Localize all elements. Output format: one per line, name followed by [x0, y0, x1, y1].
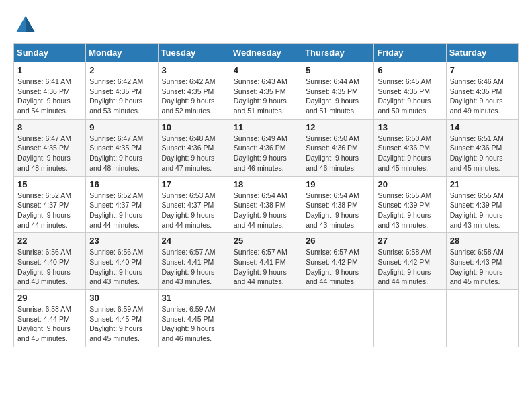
- day-cell-18: 18 Sunrise: 6:54 AMSunset: 4:38 PMDaylig…: [230, 176, 302, 233]
- calendar-header: SundayMondayTuesdayWednesdayThursdayFrid…: [14, 44, 519, 62]
- day-number: 3: [162, 65, 226, 75]
- day-number: 30: [89, 293, 154, 303]
- week-row-2: 8 Sunrise: 6:47 AMSunset: 4:35 PMDayligh…: [14, 119, 519, 176]
- day-info: Sunrise: 6:54 AMSunset: 4:38 PMDaylight:…: [234, 191, 287, 229]
- header-cell-sunday: Sunday: [14, 44, 86, 62]
- day-cell-29: 29 Sunrise: 6:58 AMSunset: 4:44 PMDaylig…: [14, 290, 86, 347]
- empty-cell: [374, 290, 446, 347]
- calendar-table: SundayMondayTuesdayWednesdayThursdayFrid…: [13, 43, 519, 347]
- day-info: Sunrise: 6:42 AMSunset: 4:35 PMDaylight:…: [89, 77, 143, 115]
- day-cell-20: 20 Sunrise: 6:55 AMSunset: 4:39 PMDaylig…: [374, 176, 446, 233]
- day-cell-30: 30 Sunrise: 6:59 AMSunset: 4:45 PMDaylig…: [86, 290, 158, 347]
- day-number: 27: [378, 236, 442, 246]
- day-info: Sunrise: 6:44 AMSunset: 4:35 PMDaylight:…: [306, 77, 359, 115]
- day-number: 15: [17, 179, 82, 189]
- day-info: Sunrise: 6:52 AMSunset: 4:37 PMDaylight:…: [89, 191, 143, 229]
- day-info: Sunrise: 6:57 AMSunset: 4:41 PMDaylight:…: [162, 248, 216, 285]
- day-number: 17: [162, 179, 226, 189]
- week-row-4: 22 Sunrise: 6:56 AMSunset: 4:40 PMDaylig…: [14, 233, 519, 290]
- calendar-body: 1 Sunrise: 6:41 AMSunset: 4:36 PMDayligh…: [14, 62, 519, 347]
- day-info: Sunrise: 6:53 AMSunset: 4:37 PMDaylight:…: [162, 191, 216, 229]
- day-info: Sunrise: 6:48 AMSunset: 4:36 PMDaylight:…: [162, 134, 216, 172]
- week-row-3: 15 Sunrise: 6:52 AMSunset: 4:37 PMDaylig…: [14, 176, 519, 233]
- day-cell-9: 9 Sunrise: 6:47 AMSunset: 4:35 PMDayligh…: [86, 119, 158, 176]
- day-info: Sunrise: 6:55 AMSunset: 4:39 PMDaylight:…: [450, 191, 504, 229]
- week-row-1: 1 Sunrise: 6:41 AMSunset: 4:36 PMDayligh…: [14, 62, 519, 120]
- header-cell-monday: Monday: [86, 44, 158, 62]
- day-cell-26: 26 Sunrise: 6:57 AMSunset: 4:42 PMDaylig…: [302, 233, 374, 290]
- day-cell-22: 22 Sunrise: 6:56 AMSunset: 4:40 PMDaylig…: [14, 233, 86, 290]
- day-number: 9: [89, 122, 154, 132]
- day-info: Sunrise: 6:47 AMSunset: 4:35 PMDaylight:…: [17, 134, 71, 172]
- day-number: 13: [378, 122, 442, 132]
- day-cell-27: 27 Sunrise: 6:58 AMSunset: 4:42 PMDaylig…: [374, 233, 446, 290]
- day-cell-12: 12 Sunrise: 6:50 AMSunset: 4:36 PMDaylig…: [302, 119, 374, 176]
- day-info: Sunrise: 6:58 AMSunset: 4:43 PMDaylight:…: [450, 248, 504, 285]
- day-cell-23: 23 Sunrise: 6:56 AMSunset: 4:40 PMDaylig…: [86, 233, 158, 290]
- day-cell-8: 8 Sunrise: 6:47 AMSunset: 4:35 PMDayligh…: [14, 119, 86, 176]
- day-number: 31: [162, 293, 226, 303]
- day-info: Sunrise: 6:49 AMSunset: 4:36 PMDaylight:…: [234, 134, 287, 172]
- logo-icon: [13, 13, 38, 38]
- day-info: Sunrise: 6:59 AMSunset: 4:45 PMDaylight:…: [162, 305, 216, 342]
- day-number: 28: [450, 236, 515, 246]
- day-number: 5: [306, 65, 370, 75]
- empty-cell: [446, 290, 518, 347]
- day-cell-31: 31 Sunrise: 6:59 AMSunset: 4:45 PMDaylig…: [158, 290, 230, 347]
- svg-marker-1: [26, 16, 35, 32]
- day-number: 26: [306, 236, 370, 246]
- empty-cell: [230, 290, 302, 347]
- day-info: Sunrise: 6:58 AMSunset: 4:44 PMDaylight:…: [17, 305, 71, 342]
- day-number: 10: [162, 122, 226, 132]
- header-cell-saturday: Saturday: [446, 44, 518, 62]
- day-number: 1: [17, 65, 82, 75]
- day-number: 21: [450, 179, 515, 189]
- day-info: Sunrise: 6:52 AMSunset: 4:37 PMDaylight:…: [17, 191, 71, 229]
- day-info: Sunrise: 6:47 AMSunset: 4:35 PMDaylight:…: [89, 134, 143, 172]
- day-info: Sunrise: 6:58 AMSunset: 4:42 PMDaylight:…: [378, 248, 431, 285]
- day-cell-11: 11 Sunrise: 6:49 AMSunset: 4:36 PMDaylig…: [230, 119, 302, 176]
- day-cell-15: 15 Sunrise: 6:52 AMSunset: 4:37 PMDaylig…: [14, 176, 86, 233]
- day-info: Sunrise: 6:50 AMSunset: 4:36 PMDaylight:…: [306, 134, 359, 172]
- day-cell-24: 24 Sunrise: 6:57 AMSunset: 4:41 PMDaylig…: [158, 233, 230, 290]
- header-cell-wednesday: Wednesday: [230, 44, 302, 62]
- day-number: 23: [89, 236, 154, 246]
- header-cell-thursday: Thursday: [302, 44, 374, 62]
- week-row-5: 29 Sunrise: 6:58 AMSunset: 4:44 PMDaylig…: [14, 290, 519, 347]
- day-number: 7: [450, 65, 515, 75]
- day-cell-7: 7 Sunrise: 6:46 AMSunset: 4:35 PMDayligh…: [446, 62, 518, 120]
- header-cell-friday: Friday: [374, 44, 446, 62]
- day-info: Sunrise: 6:55 AMSunset: 4:39 PMDaylight:…: [378, 191, 431, 229]
- day-info: Sunrise: 6:56 AMSunset: 4:40 PMDaylight:…: [89, 248, 143, 285]
- header: [13, 11, 519, 38]
- day-info: Sunrise: 6:43 AMSunset: 4:35 PMDaylight:…: [234, 77, 287, 115]
- day-number: 4: [234, 65, 298, 75]
- day-cell-17: 17 Sunrise: 6:53 AMSunset: 4:37 PMDaylig…: [158, 176, 230, 233]
- day-number: 24: [162, 236, 226, 246]
- day-info: Sunrise: 6:46 AMSunset: 4:35 PMDaylight:…: [450, 77, 504, 115]
- empty-cell: [302, 290, 374, 347]
- day-cell-6: 6 Sunrise: 6:45 AMSunset: 4:35 PMDayligh…: [374, 62, 446, 120]
- day-info: Sunrise: 6:45 AMSunset: 4:35 PMDaylight:…: [378, 77, 431, 115]
- day-number: 6: [378, 65, 442, 75]
- day-info: Sunrise: 6:56 AMSunset: 4:40 PMDaylight:…: [17, 248, 71, 285]
- day-info: Sunrise: 6:51 AMSunset: 4:36 PMDaylight:…: [450, 134, 504, 172]
- day-info: Sunrise: 6:57 AMSunset: 4:42 PMDaylight:…: [306, 248, 359, 285]
- header-row: SundayMondayTuesdayWednesdayThursdayFrid…: [14, 44, 519, 62]
- day-number: 14: [450, 122, 515, 132]
- day-cell-3: 3 Sunrise: 6:42 AMSunset: 4:35 PMDayligh…: [158, 62, 230, 120]
- day-cell-5: 5 Sunrise: 6:44 AMSunset: 4:35 PMDayligh…: [302, 62, 374, 120]
- day-cell-10: 10 Sunrise: 6:48 AMSunset: 4:36 PMDaylig…: [158, 119, 230, 176]
- day-number: 22: [17, 236, 82, 246]
- day-cell-25: 25 Sunrise: 6:57 AMSunset: 4:41 PMDaylig…: [230, 233, 302, 290]
- day-info: Sunrise: 6:50 AMSunset: 4:36 PMDaylight:…: [378, 134, 431, 172]
- day-cell-16: 16 Sunrise: 6:52 AMSunset: 4:37 PMDaylig…: [86, 176, 158, 233]
- day-number: 19: [306, 179, 370, 189]
- day-number: 20: [378, 179, 442, 189]
- day-info: Sunrise: 6:57 AMSunset: 4:41 PMDaylight:…: [234, 248, 287, 285]
- day-cell-13: 13 Sunrise: 6:50 AMSunset: 4:36 PMDaylig…: [374, 119, 446, 176]
- day-cell-19: 19 Sunrise: 6:54 AMSunset: 4:38 PMDaylig…: [302, 176, 374, 233]
- day-number: 12: [306, 122, 370, 132]
- day-cell-4: 4 Sunrise: 6:43 AMSunset: 4:35 PMDayligh…: [230, 62, 302, 120]
- day-cell-21: 21 Sunrise: 6:55 AMSunset: 4:39 PMDaylig…: [446, 176, 518, 233]
